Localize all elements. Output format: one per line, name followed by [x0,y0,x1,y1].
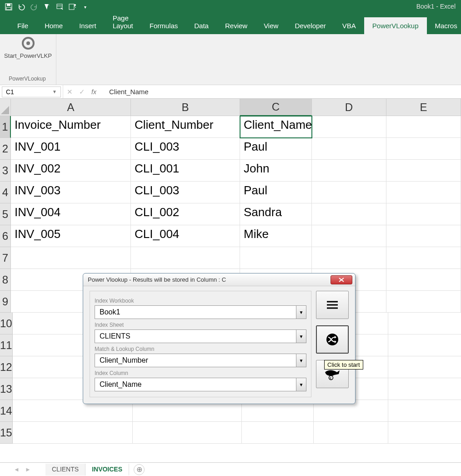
row-header[interactable]: 2 [0,138,11,160]
cell-C6[interactable]: Mike [240,225,312,247]
tab-formulas[interactable]: Formulas [141,17,186,34]
row-header[interactable]: 15 [0,422,13,444]
column-header-A[interactable]: A [11,99,131,116]
tab-powervlookup[interactable]: PowerVLookup [364,17,427,34]
chevron-down-icon[interactable]: ▼ [52,89,57,94]
cell-E9[interactable] [386,291,461,313]
row-header[interactable]: 8 [0,269,11,291]
cell-E1[interactable] [386,116,461,138]
column-header-B[interactable]: B [131,99,240,116]
cell-C1[interactable]: Client_Name [240,116,312,138]
cell-E3[interactable] [386,160,461,182]
cell-E10[interactable] [388,313,461,334]
cell-A3[interactable]: INV_002 [11,160,131,182]
column-header-E[interactable]: E [386,99,461,116]
row-header[interactable]: 12 [0,356,13,378]
cell-C4[interactable]: Paul [240,182,312,203]
row-header[interactable]: 9 [0,291,11,313]
tab-home[interactable]: Home [36,17,71,34]
cell-E14[interactable] [388,400,461,422]
row-header[interactable]: 14 [0,400,13,422]
cell-A1[interactable]: Invoice_Number [11,116,131,138]
cell-B4[interactable]: CLI_003 [131,182,240,203]
customize-qat-icon[interactable]: ▾ [81,3,89,11]
cell-A4[interactable]: INV_003 [11,182,131,203]
row-header[interactable]: 11 [0,334,13,356]
cell-E11[interactable] [388,334,461,356]
cell-A2[interactable]: INV_001 [11,138,131,160]
cell-D7[interactable] [312,247,386,269]
cell-B3[interactable]: CLI_001 [131,160,240,182]
chevron-down-icon[interactable]: ▼ [296,305,306,319]
sheet-nav-prev-icon[interactable]: ◄ [14,466,20,473]
cell-C2[interactable]: Paul [240,138,312,160]
cell-E15[interactable] [388,422,461,444]
tab-view[interactable]: View [256,17,286,34]
cell-D2[interactable] [312,138,386,160]
chevron-down-icon[interactable]: ▼ [296,329,306,343]
cancel-icon[interactable]: ✕ [67,88,73,96]
cell-E5[interactable] [386,203,461,225]
column-header-C[interactable]: C [240,99,312,116]
cell-C3[interactable]: John [240,160,312,182]
row-header[interactable]: 4 [0,182,11,203]
cell-B2[interactable]: CLI_003 [131,138,240,160]
field-index-column[interactable] [95,378,296,391]
start-powervlkp-button[interactable]: Start_PowerVLKP [4,36,52,59]
sheet-nav-next-icon[interactable]: ► [25,466,31,473]
row-header[interactable]: 3 [0,160,11,182]
cell-D1[interactable] [312,116,386,138]
formula-input[interactable]: Client_Name [105,88,461,96]
cell-B6[interactable]: CLI_004 [131,225,240,247]
cell-C5[interactable]: Sandra [240,203,312,225]
name-box[interactable]: C1 ▼ [2,86,61,97]
cell-C7[interactable] [240,247,312,269]
sheet-nav[interactable]: ◄ ► [0,466,45,473]
tab-page-layout[interactable]: Page Layout [105,10,141,34]
save-icon[interactable] [5,3,13,11]
row-header[interactable]: 7 [0,247,11,269]
menu-button[interactable] [316,291,349,319]
cell-D4[interactable] [312,182,386,203]
cell-E4[interactable] [386,182,461,203]
cell-C15[interactable] [242,422,314,444]
cell-D3[interactable] [312,160,386,182]
cell-D6[interactable] [312,225,386,247]
cell-D5[interactable] [312,203,386,225]
close-button[interactable] [331,275,352,284]
cell-E8[interactable] [386,269,461,291]
fx-icon[interactable]: fx [91,88,101,96]
tab-macros[interactable]: Macros [427,17,461,34]
cell-B1[interactable]: Client_Number [131,116,240,138]
quick-print-icon[interactable] [55,3,64,11]
undo-icon[interactable] [17,3,25,11]
tab-vba[interactable]: VBA [334,17,364,34]
cell-E7[interactable] [386,247,461,269]
redo-icon[interactable] [30,3,38,11]
cell-A7[interactable] [11,247,131,269]
cell-B5[interactable]: CLI_002 [131,203,240,225]
cell-E6[interactable] [386,225,461,247]
row-header[interactable]: 5 [0,203,11,225]
row-header[interactable]: 1 [0,116,11,138]
field-index-workbook[interactable] [95,305,296,319]
tab-insert[interactable]: Insert [71,17,105,34]
cell-A5[interactable]: INV_004 [11,203,131,225]
sheet-tab-invoices[interactable]: INVOICES [85,464,129,476]
dialog-titlebar[interactable]: Power Vlookup - Results will be stored i… [83,273,355,286]
touch-mode-icon[interactable]: ^ [43,3,51,11]
sheet-tab-clients[interactable]: CLIENTS [45,464,85,476]
row-header[interactable]: 13 [0,378,13,400]
tab-file[interactable]: File [9,17,36,34]
cell-B15[interactable] [133,422,242,444]
chevron-down-icon[interactable]: ▼ [296,378,306,391]
cell-E12[interactable] [388,356,461,378]
tab-review[interactable]: Review [217,17,256,34]
field-match-lookup-column[interactable] [95,354,296,367]
tab-data[interactable]: Data [186,17,217,34]
column-header-D[interactable]: D [312,99,386,116]
tab-developer[interactable]: Developer [286,17,334,34]
cell-E13[interactable] [388,378,461,400]
row-header[interactable]: 10 [0,313,13,334]
start-button[interactable] [316,325,349,354]
